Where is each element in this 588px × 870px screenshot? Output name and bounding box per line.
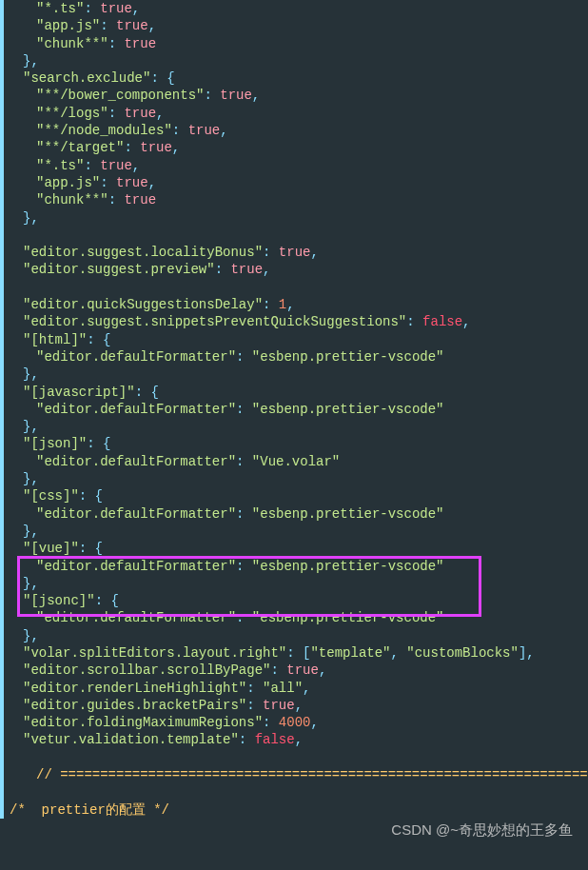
code-line: "editor.defaultFormatter": "Vue.volar" (10, 453, 588, 470)
code-line: "editor.suggest.localityBonus": true, (10, 244, 588, 261)
code-line: "editor.scrollbar.scrollByPage": true, (10, 662, 588, 679)
code-line: "editor.quickSuggestionsDelay": 1, (10, 296, 588, 313)
code-comment-divider: // =====================================… (10, 766, 588, 783)
code-line: "editor.guides.bracketPairs": true, (10, 697, 588, 714)
code-line: "**/node_modules": true, (10, 122, 588, 139)
code-line: "editor.defaultFormatter": "esbenp.prett… (10, 558, 588, 575)
code-line: }, (10, 575, 588, 592)
code-line: "*.ts": true, (10, 157, 588, 174)
code-line: "*.ts": true, (10, 0, 588, 17)
code-line: "[html]": { (10, 331, 588, 348)
code-line: "editor.defaultFormatter": "esbenp.prett… (10, 505, 588, 523)
code-line (10, 227, 588, 244)
code-line: "chunk**": true (10, 191, 588, 208)
code-line: "volar.splitEditors.layout.right": ["tem… (10, 644, 588, 662)
code-line: }, (10, 523, 588, 540)
code-line: "app.js": true, (10, 174, 588, 191)
code-comment-prettier: /* prettier的配置 */ (10, 801, 588, 819)
code-line: "editor.defaultFormatter": "esbenp.prett… (10, 401, 588, 418)
code-line: }, (10, 627, 588, 644)
code-line: }, (10, 470, 588, 487)
code-line (10, 279, 588, 296)
code-line: }, (10, 366, 588, 383)
code-line: "[javascript]": { (10, 384, 588, 401)
code-line: "editor.defaultFormatter": "esbenp.prett… (10, 348, 588, 366)
code-line: "editor.defaultFormatter": "esbenp.prett… (10, 609, 588, 626)
code-line: }, (10, 418, 588, 435)
code-line (10, 749, 588, 766)
code-line: "**/bower_components": true, (10, 87, 588, 104)
code-line: "[jsonc]": { (10, 592, 588, 609)
code-line: }, (10, 209, 588, 227)
code-line: "editor.renderLineHighlight": "all", (10, 680, 588, 697)
code-line: "[css]": { (10, 487, 588, 504)
code-editor[interactable]: "*.ts": true, "app.js": true, "chunk**":… (0, 0, 588, 819)
code-line: "editor.suggest.preview": true, (10, 261, 588, 278)
code-line: "chunk**": true (10, 35, 588, 52)
code-line: "vetur.validation.template": false, (10, 731, 588, 748)
code-line: "**/logs": true, (10, 105, 588, 122)
code-line: "[json]": { (10, 435, 588, 452)
code-line: "**/target": true, (10, 139, 588, 156)
watermark-text: CSDN @~奇思妙想的王多鱼 (391, 821, 573, 840)
code-line (10, 783, 588, 801)
code-line: "editor.foldingMaximumRegions": 4000, (10, 714, 588, 731)
code-line: "app.js": true, (10, 17, 588, 34)
code-line: "editor.suggest.snippetsPreventQuickSugg… (10, 313, 588, 330)
code-line: }, (10, 52, 588, 69)
code-line: "search.exclude": { (10, 69, 588, 87)
code-line: "[vue]": { (10, 540, 588, 557)
